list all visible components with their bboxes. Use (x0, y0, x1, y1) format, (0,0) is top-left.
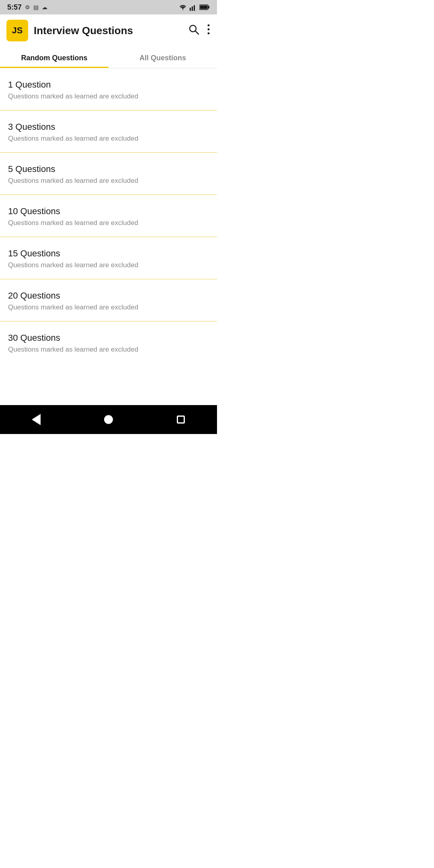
svg-rect-5 (208, 6, 209, 8)
search-icon[interactable] (188, 24, 199, 38)
question-list: 1 Question Questions marked as learned a… (0, 68, 217, 405)
tabs: Random Questions All Questions (0, 47, 217, 68)
page-title: Interview Questions (34, 25, 182, 37)
back-icon (32, 414, 41, 425)
list-item[interactable]: 20 Questions Questions marked as learned… (0, 279, 217, 321)
status-time: 5:57 (7, 3, 22, 12)
svg-rect-1 (192, 6, 193, 11)
settings-icon: ⚙ (25, 4, 30, 10)
nav-home-button[interactable] (96, 407, 121, 432)
battery-icon (199, 4, 210, 10)
svg-rect-3 (196, 4, 197, 11)
svg-point-7 (190, 25, 196, 32)
nav-back-button[interactable] (24, 407, 48, 432)
home-icon (104, 415, 113, 424)
list-item[interactable]: 10 Questions Questions marked as learned… (0, 195, 217, 237)
nav-bar (0, 405, 217, 434)
svg-point-10 (208, 28, 210, 30)
storage-icon: ▤ (33, 4, 39, 10)
signal-icon (190, 4, 197, 11)
cloud-icon: ☁ (42, 4, 47, 10)
tab-random-questions[interactable]: Random Questions (0, 47, 108, 68)
list-item[interactable]: 5 Questions Questions marked as learned … (0, 153, 217, 195)
recent-icon (177, 416, 185, 424)
svg-rect-2 (194, 5, 195, 11)
svg-point-9 (208, 24, 210, 26)
svg-line-8 (196, 31, 199, 34)
svg-rect-6 (200, 6, 208, 9)
nav-recent-button[interactable] (169, 407, 193, 432)
wifi-icon (178, 4, 187, 11)
toolbar: JS Interview Questions (0, 14, 217, 47)
toolbar-actions (188, 24, 211, 38)
list-item[interactable]: 15 Questions Questions marked as learned… (0, 237, 217, 279)
svg-point-11 (208, 32, 210, 34)
list-item[interactable]: 30 Questions Questions marked as learned… (0, 321, 217, 363)
status-bar: 5:57 ⚙ ▤ ☁ (0, 0, 217, 14)
tab-all-questions[interactable]: All Questions (108, 47, 217, 68)
list-item[interactable]: 3 Questions Questions marked as learned … (0, 111, 217, 153)
more-options-icon[interactable] (207, 24, 211, 38)
svg-rect-0 (190, 8, 191, 11)
app-logo: JS (6, 20, 28, 41)
list-item[interactable]: 1 Question Questions marked as learned a… (0, 68, 217, 111)
